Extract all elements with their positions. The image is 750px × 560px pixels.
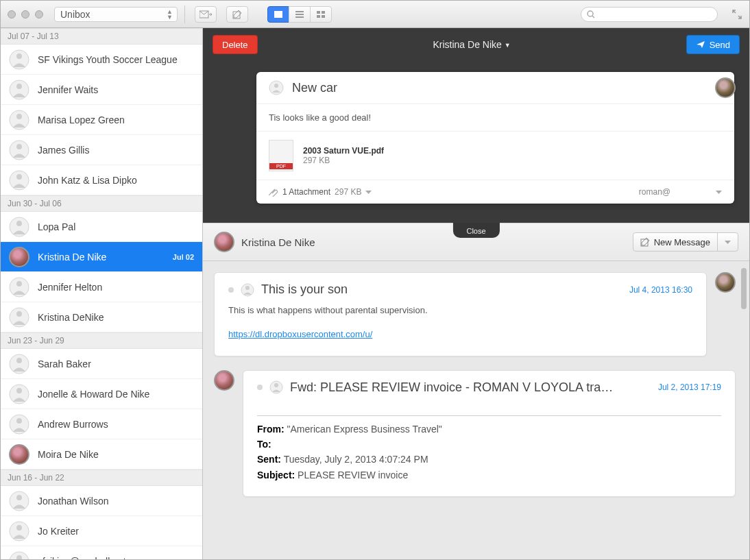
chevron-down-icon: [725, 239, 731, 245]
reply-button[interactable]: [195, 6, 217, 23]
conversation-item[interactable]: Jonathan Wilson: [1, 486, 202, 516]
view-mode-group: [267, 6, 332, 23]
send-button[interactable]: Send: [686, 35, 740, 54]
conversation-item[interactable]: Lopa Pal: [1, 212, 202, 242]
close-compose-button[interactable]: Close: [452, 223, 499, 238]
message-list: This is your sonJul 4, 2013 16:30This is…: [203, 261, 749, 559]
new-message-button[interactable]: New Message: [633, 232, 738, 252]
message-body: From: "American Express Business Travel"…: [257, 415, 721, 483]
compose-zone: Delete Kristina De Nike▼ Send New car: [203, 28, 749, 223]
search-field[interactable]: [581, 7, 718, 22]
send-icon: [696, 40, 705, 49]
search-input[interactable]: [599, 10, 712, 19]
conversation-name: James Gillis: [38, 145, 194, 156]
svg-rect-2: [274, 11, 282, 18]
delete-label: Delete: [222, 40, 248, 50]
compose-body-row[interactable]: Tis looks like a good deal!: [256, 104, 734, 132]
conversation-item[interactable]: Jennifer Helton: [1, 272, 202, 302]
message-row: This is your sonJul 4, 2013 16:30This is…: [214, 272, 736, 356]
attachment-filename[interactable]: 2003 Saturn VUE.pdf: [303, 146, 384, 156]
compose-to[interactable]: Kristina De Nike▼: [265, 39, 679, 50]
conversation-name: Jonathan Wilson: [38, 496, 194, 507]
chevron-down-icon[interactable]: [365, 189, 372, 195]
chevron-down-icon[interactable]: [716, 189, 722, 195]
account-switcher[interactable]: Unibox ▲▼: [54, 7, 178, 22]
paperclip-icon[interactable]: [269, 187, 278, 197]
message-date: Jul 4, 2013 16:30: [629, 285, 692, 295]
conversation-item[interactable]: John Katz & Lisa Dipko: [1, 165, 202, 195]
conversation-item[interactable]: Jonelle & Howard De Nike: [1, 379, 202, 409]
conversation-item[interactable]: SF Vikings Youth Soccer League: [1, 45, 202, 75]
delete-button[interactable]: Delete: [213, 35, 258, 54]
message-body: This is what happens without parental su…: [228, 304, 692, 342]
titlebar: Unibox ▲▼: [1, 1, 749, 28]
svg-rect-5: [317, 15, 320, 18]
zoom-window-icon[interactable]: [35, 10, 43, 19]
updown-icon: ▲▼: [167, 9, 173, 20]
window-controls[interactable]: [8, 10, 47, 19]
view-single-button[interactable]: [267, 6, 289, 23]
compose-toolbar: Delete Kristina De Nike▼ Send: [203, 28, 749, 61]
avatar: [9, 491, 29, 511]
message-bubble[interactable]: This is your sonJul 4, 2013 16:30This is…: [214, 272, 707, 356]
message-avatar: [715, 272, 736, 293]
avatar: [9, 80, 29, 100]
conversation-item[interactable]: James Gillis: [1, 135, 202, 165]
attachment-thumb-icon[interactable]: [269, 140, 293, 171]
conversation-name: Moira De Nike: [38, 449, 194, 460]
conversation-item[interactable]: Kristina DeNike: [1, 302, 202, 332]
compose-from[interactable]: roman@: [639, 187, 670, 197]
message-subject: Fwd: PLEASE REVIEW invoice - ROMAN V LOY…: [290, 380, 651, 395]
avatar: [9, 217, 29, 237]
conversation-item[interactable]: Marisa Lopez Green: [1, 105, 202, 135]
send-label: Send: [710, 40, 730, 50]
conversation-name: Andrew Burrows: [38, 419, 194, 430]
avatar: [9, 384, 29, 404]
conversation-person: Kristina De Nike: [241, 236, 315, 248]
conversation-date: Jul 02: [173, 253, 194, 261]
person-avatar[interactable]: [214, 232, 234, 252]
section-header: Jul 07 - Jul 13: [1, 28, 202, 45]
avatar: [9, 354, 29, 374]
sender-avatar[interactable]: [715, 77, 736, 98]
person-icon: [269, 80, 284, 95]
envelope-arrow-icon: [199, 10, 212, 19]
conversation-item[interactable]: Jennifer Waits: [1, 75, 202, 105]
compose-button[interactable]: [226, 6, 248, 23]
conversation-name: Jennifer Waits: [38, 84, 194, 95]
conversation-item[interactable]: Jo Kreiter: [1, 516, 202, 546]
conversation-name: Jennifer Helton: [38, 282, 194, 293]
conversation-item[interactable]: Moira De Nike: [1, 439, 202, 470]
unread-dot-icon: [257, 385, 263, 390]
message-row: Fwd: PLEASE REVIEW invoice - ROMAN V LOY…: [214, 370, 736, 498]
conversation-item[interactable]: sfviking@pacbell.net: [1, 546, 202, 559]
search-icon: [587, 10, 595, 19]
minimize-window-icon[interactable]: [21, 10, 29, 19]
fullscreen-icon[interactable]: [731, 9, 742, 20]
view-list-button[interactable]: [289, 6, 311, 23]
compose-subject[interactable]: New car: [292, 81, 722, 95]
section-header: Jun 23 - Jun 29: [1, 332, 202, 349]
message-link[interactable]: https://dl.dropboxusercontent.com/u/: [228, 329, 372, 339]
conversation-name: Jonelle & Howard De Nike: [38, 389, 194, 400]
svg-point-7: [588, 11, 593, 16]
app-window: Unibox ▲▼ Jul 07: [0, 0, 750, 560]
avatar: [9, 551, 29, 560]
view-list-icon: [295, 10, 304, 19]
svg-rect-4: [322, 11, 325, 14]
attachment-count: 1 Attachment: [282, 187, 330, 197]
attachment-total-size: 297 KB: [335, 187, 361, 197]
avatar: [9, 49, 29, 70]
compose-to-label: Kristina De Nike: [433, 39, 501, 50]
conversation-name: John Katz & Lisa Dipko: [38, 175, 194, 186]
conversation-name: Marisa Lopez Green: [38, 114, 194, 125]
message-date: Jul 2, 2013 17:19: [658, 382, 721, 392]
scrollbar-thumb[interactable]: [741, 268, 747, 309]
conversation-item[interactable]: Kristina De NikeJul 02: [1, 242, 202, 272]
conversation-item[interactable]: Andrew Burrows: [1, 409, 202, 439]
conversation-item[interactable]: Sarah Baker: [1, 349, 202, 379]
view-grid-button[interactable]: [310, 6, 332, 23]
avatar: [9, 247, 29, 267]
message-bubble[interactable]: Fwd: PLEASE REVIEW invoice - ROMAN V LOY…: [243, 370, 736, 498]
close-window-icon[interactable]: [8, 10, 16, 19]
